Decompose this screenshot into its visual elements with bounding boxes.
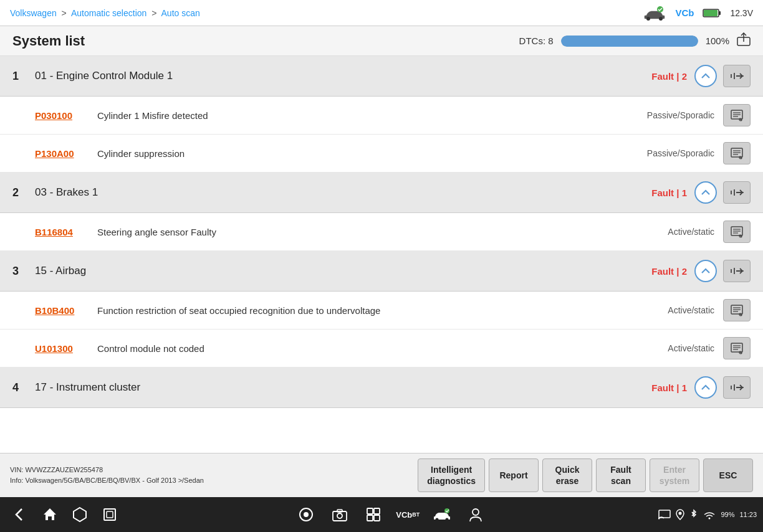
breadcrumb-brand[interactable]: Volkswagen (10, 8, 57, 18)
breadcrumb-sep2: > (151, 8, 156, 18)
main-content: System list DTCs: 8 100% 1 01 - Engine C… (0, 26, 763, 453)
dtc-row: U101300 Control module not coded Active/… (0, 330, 763, 368)
system-list-title: System list (12, 33, 85, 49)
system-name: 01 - Engine Control Module 1 (35, 70, 651, 82)
navigate-system-btn[interactable] (723, 65, 751, 87)
intelligent-button[interactable]: Intelligent diagnostics (418, 458, 485, 492)
navigate-system-btn[interactable] (723, 260, 751, 282)
svg-rect-52 (367, 515, 373, 521)
dtc-status: Passive/Sporadic (608, 110, 714, 120)
system-number: 3 (12, 265, 35, 278)
dtc-row: P030100 Cylinder 1 Misfire detected Pass… (0, 97, 763, 135)
dtc-code[interactable]: B116804 (35, 227, 97, 237)
dtc-code[interactable]: P030100 (35, 110, 97, 121)
esc-button[interactable]: ESC (703, 458, 753, 492)
fault-badge: Fault | 2 (651, 266, 687, 277)
dtc-desc: Cylinder 1 Misfire detected (97, 110, 608, 121)
nav-home-icon[interactable] (36, 501, 64, 528)
progress-percent: 100% (706, 36, 729, 46)
dtc-desc: Cylinder suppression (97, 148, 608, 159)
svg-point-46 (304, 512, 309, 517)
nav-bar-inner: VCbBT (6, 501, 757, 528)
nav-circle-icon[interactable] (292, 501, 320, 528)
svg-point-60 (679, 512, 682, 515)
quick-erase-button[interactable]: Quick erase (542, 458, 592, 492)
chevron-up-btn[interactable] (694, 181, 717, 204)
svg-marker-41 (44, 508, 56, 520)
nav-camera-icon[interactable] (326, 501, 353, 528)
dtc-status: Active/static (608, 305, 714, 315)
system-row-4: 4 17 - Instrument cluster Fault | 1 (0, 368, 763, 408)
chevron-up-btn[interactable] (694, 260, 717, 282)
nav-left-icons (6, 501, 123, 528)
fault-badge: Fault | 1 (651, 382, 687, 393)
report-button[interactable]: Report (489, 458, 539, 492)
svg-rect-44 (107, 511, 113, 518)
progress-bar-fill (561, 36, 698, 47)
system-name: 15 - Airbag (35, 265, 651, 277)
nav-back-icon[interactable] (6, 501, 34, 528)
system-row-2: 2 03 - Brakes 1 Fault | 1 (0, 173, 763, 213)
vc-label: VCb (675, 7, 694, 18)
dtc-row: B116804 Steering angle sensor Faulty Act… (0, 213, 763, 251)
svg-rect-53 (374, 515, 380, 521)
breadcrumb: Volkswagen > Automatic selection > Auto … (10, 8, 200, 18)
fault-scan-button[interactable]: Fault scan (596, 458, 646, 492)
dtc-action-btn[interactable] (723, 337, 751, 359)
nav-bar: VCbBT (0, 497, 763, 532)
dtc-status: Passive/Sporadic (608, 148, 714, 158)
dtc-code[interactable]: U101300 (35, 343, 97, 354)
chevron-up-btn[interactable] (694, 65, 717, 87)
chevron-up-btn[interactable] (694, 376, 717, 399)
car-connected-icon (643, 6, 666, 21)
system-name: 17 - Instrument cluster (35, 381, 651, 394)
nav-center-icons: VCbBT (292, 501, 489, 528)
dtc-action-btn[interactable] (723, 299, 751, 321)
navigate-system-btn[interactable] (723, 181, 751, 204)
dtc-desc: Steering angle sensor Faulty (97, 227, 608, 237)
svg-point-57 (473, 509, 479, 515)
svg-point-0 (646, 17, 650, 21)
dtcs-label: DTCs: 8 (519, 36, 554, 46)
dtc-action-btn[interactable] (723, 104, 751, 126)
nav-car-icon[interactable] (428, 501, 456, 528)
svg-rect-50 (367, 508, 373, 514)
svg-rect-51 (374, 508, 380, 514)
clock: 11:23 (739, 511, 757, 518)
battery-voltage: 12.3V (730, 8, 753, 18)
bluetooth-icon (689, 509, 698, 520)
nav-square-icon[interactable] (96, 501, 123, 528)
system-row-3: 3 15 - Airbag Fault | 2 (0, 251, 763, 292)
nav-grid-icon[interactable] (360, 501, 387, 528)
dtc-desc: Control module not coded (97, 343, 608, 354)
system-name: 03 - Brakes 1 (35, 186, 651, 199)
dtc-row: B10B400 Function restriction of seat occ… (0, 292, 763, 330)
svg-point-48 (337, 513, 342, 518)
svg-marker-42 (74, 508, 86, 521)
top-right-status: VCb 12.3V (643, 6, 753, 21)
navigate-system-btn[interactable] (723, 376, 751, 399)
nav-apps-icon[interactable] (66, 501, 94, 528)
location-icon (676, 509, 684, 520)
export-icon[interactable] (737, 32, 751, 49)
dtc-code[interactable]: B10B400 (35, 305, 97, 316)
dtc-action-btn[interactable] (723, 221, 751, 243)
system-number: 1 (12, 70, 35, 83)
nav-vc-bt-icon[interactable]: VCbBT (393, 501, 422, 528)
fault-badge: Fault | 2 (651, 71, 687, 82)
breadcrumb-step1[interactable]: Automatic selection (71, 8, 146, 18)
dtc-action-btn[interactable] (723, 142, 751, 164)
nav-user-icon[interactable] (462, 501, 489, 528)
svg-point-61 (709, 518, 711, 520)
svg-point-1 (659, 17, 663, 21)
bottom-toolbar: VIN: WVWZZZAUZEW255478 Info: Volkswagen/… (0, 453, 763, 497)
svg-rect-4 (719, 11, 721, 15)
nav-status: 99% 11:23 (658, 509, 757, 520)
svg-point-54 (436, 518, 439, 521)
svg-rect-58 (659, 510, 670, 518)
dtc-status: Active/static (608, 227, 714, 237)
dtc-progress: DTCs: 8 100% (519, 32, 751, 49)
dtc-code[interactable]: P130A00 (35, 148, 97, 159)
wifi-icon (703, 510, 716, 520)
vin-info: VIN: WVWZZZAUZEW255478 Info: Volkswagen/… (10, 465, 418, 485)
